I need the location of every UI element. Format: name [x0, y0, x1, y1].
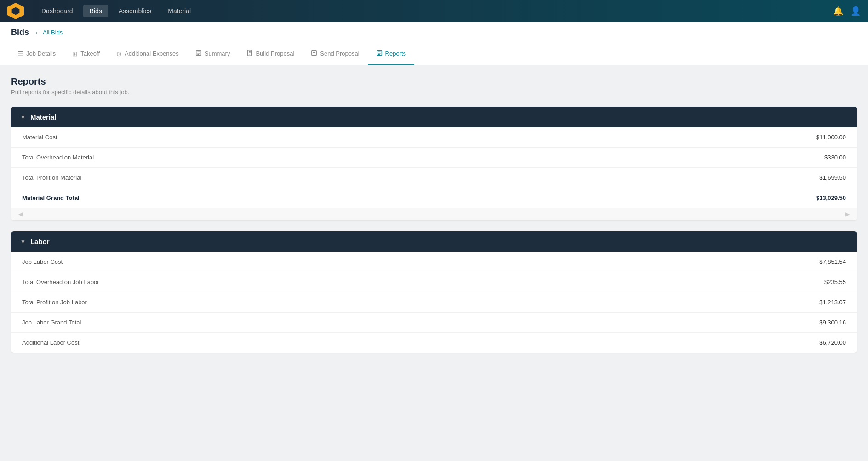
- material-rows: Material Cost $11,000.00 Total Overhead …: [11, 127, 857, 208]
- tab-takeoff-label: Takeoff: [80, 50, 100, 57]
- row-value: $235.55: [824, 279, 846, 285]
- row-value: $6,720.00: [819, 339, 846, 346]
- labor-rows: Job Labor Cost $7,851.54 Total Overhead …: [11, 252, 857, 353]
- tab-summary-label: Summary: [205, 50, 230, 57]
- row-value: $330.00: [824, 154, 846, 161]
- job-details-icon: ☰: [17, 50, 23, 57]
- table-row: Total Profit on Job Labor $1,213.07: [11, 292, 857, 313]
- row-label: Total Profit on Material: [22, 174, 81, 181]
- page-content: Reports Pull reports for specific detail…: [0, 65, 868, 461]
- tab-send-proposal[interactable]: Send Proposal: [303, 43, 367, 65]
- tab-additional-expenses-label: Additional Expenses: [125, 50, 179, 57]
- nav-material[interactable]: Material: [161, 5, 197, 17]
- tab-bar: ☰ Job Details ⊞ Takeoff ⊙ Additional Exp…: [0, 43, 868, 65]
- scroll-left-icon[interactable]: ◀: [18, 211, 23, 217]
- additional-expenses-icon: ⊙: [116, 50, 122, 57]
- row-label: Additional Labor Cost: [22, 339, 79, 346]
- labor-chevron-icon: ▼: [20, 239, 26, 245]
- bell-icon[interactable]: 🔔: [833, 6, 843, 16]
- tab-takeoff[interactable]: ⊞ Takeoff: [64, 44, 108, 65]
- row-label: Job Labor Grand Total: [22, 319, 81, 326]
- page-title: Reports: [11, 76, 857, 87]
- tab-additional-expenses[interactable]: ⊙ Additional Expenses: [108, 44, 187, 65]
- tab-job-details-label: Job Details: [26, 50, 56, 57]
- row-label: Job Labor Cost: [22, 258, 63, 265]
- row-value: $9,300.16: [819, 319, 846, 326]
- top-nav: Dashboard Bids Assemblies Material 🔔 👤: [0, 0, 868, 22]
- table-row-grand-total: Material Grand Total $13,029.50: [11, 188, 857, 208]
- row-label: Total Overhead on Material: [22, 154, 94, 161]
- app-logo[interactable]: [7, 3, 24, 19]
- row-label: Total Overhead on Job Labor: [22, 279, 99, 285]
- svg-marker-0: [12, 7, 20, 15]
- scroll-right-icon[interactable]: ▶: [845, 211, 850, 217]
- back-link[interactable]: ← All Bids: [34, 29, 63, 36]
- back-link-label: All Bids: [43, 29, 63, 36]
- row-value: $7,851.54: [819, 258, 846, 265]
- tab-reports[interactable]: Reports: [368, 43, 415, 65]
- table-row: Total Overhead on Job Labor $235.55: [11, 272, 857, 292]
- back-arrow-icon: ←: [34, 29, 41, 36]
- send-proposal-icon: [311, 50, 317, 57]
- table-row: Total Overhead on Material $330.00: [11, 148, 857, 168]
- labor-section-header[interactable]: ▼ Labor: [11, 231, 857, 252]
- material-section-header[interactable]: ▼ Material: [11, 107, 857, 127]
- row-label: Material Cost: [22, 134, 57, 141]
- table-row: Additional Labor Cost $6,720.00: [11, 333, 857, 353]
- nav-assemblies[interactable]: Assemblies: [112, 5, 158, 17]
- labor-section-title: Labor: [30, 238, 50, 245]
- table-row: Job Labor Cost $7,851.54: [11, 252, 857, 272]
- tab-summary[interactable]: Summary: [187, 43, 239, 65]
- table-row: Material Cost $11,000.00: [11, 127, 857, 148]
- page-subtitle: Pull reports for specific details about …: [11, 89, 857, 96]
- labor-section: ▼ Labor Job Labor Cost $7,851.54 Total O…: [11, 231, 857, 353]
- row-label: Total Profit on Job Labor: [22, 299, 87, 306]
- reports-icon: [376, 50, 383, 57]
- material-section: ▼ Material Material Cost $11,000.00 Tota…: [11, 107, 857, 220]
- material-section-title: Material: [30, 113, 57, 121]
- tab-send-proposal-label: Send Proposal: [320, 50, 359, 57]
- header-bar: Bids ← All Bids: [0, 22, 868, 43]
- nav-bids[interactable]: Bids: [83, 5, 108, 17]
- row-value: $1,213.07: [819, 299, 846, 306]
- row-label: Material Grand Total: [22, 194, 80, 201]
- user-icon[interactable]: 👤: [851, 6, 861, 16]
- table-row: Total Profit on Material $1,699.50: [11, 168, 857, 188]
- build-proposal-icon: [246, 50, 253, 57]
- page-header-title: Bids: [11, 28, 29, 37]
- material-scroll-bar: ◀ ▶: [11, 208, 857, 220]
- tab-build-proposal-label: Build Proposal: [256, 50, 294, 57]
- row-value: $11,000.00: [816, 134, 846, 141]
- table-row: Job Labor Grand Total $9,300.16: [11, 313, 857, 333]
- takeoff-icon: ⊞: [72, 50, 78, 57]
- row-value: $1,699.50: [819, 174, 846, 181]
- nav-dashboard[interactable]: Dashboard: [35, 5, 80, 17]
- row-value: $13,029.50: [816, 194, 846, 201]
- material-chevron-icon: ▼: [20, 114, 26, 120]
- tab-reports-label: Reports: [385, 50, 406, 57]
- tab-job-details[interactable]: ☰ Job Details: [9, 44, 64, 65]
- tab-build-proposal[interactable]: Build Proposal: [238, 43, 303, 65]
- summary-icon: [195, 50, 202, 57]
